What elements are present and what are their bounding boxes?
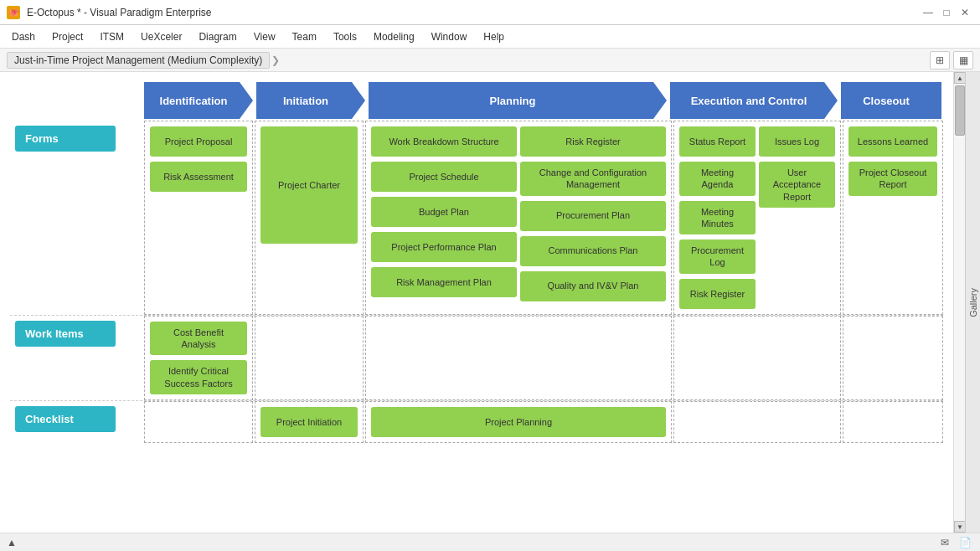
breadcrumb: Just-in-Time Project Management (Medium …: [7, 52, 280, 69]
issues-log-card[interactable]: Issues Log: [759, 126, 835, 157]
meeting-minutes-card[interactable]: Meeting Minutes: [679, 201, 756, 235]
minimize-button[interactable]: —: [920, 5, 936, 20]
menu-tools[interactable]: Tools: [325, 28, 365, 46]
main-area: Identification Initiation Planning: [0, 72, 980, 533]
vertical-scrollbar[interactable]: ▲ ▼: [953, 72, 965, 533]
forms-planning-right: Risk Register Change and Configuration M…: [520, 126, 666, 309]
menu-modeling[interactable]: Modeling: [365, 28, 423, 46]
forms-planning-left: Work Breakdown Structure Project Schedul…: [371, 126, 517, 309]
procurement-log-card[interactable]: Procurement Log: [679, 239, 756, 274]
canvas: Identification Initiation Planning: [0, 72, 953, 533]
phase-planning-inner: Planning: [369, 82, 667, 119]
phase-execution-inner: Execution and Control: [670, 82, 838, 119]
menu-diagram[interactable]: Diagram: [190, 28, 245, 46]
scroll-up-button[interactable]: ▲: [954, 72, 966, 84]
forms-execution-left: Status Report Meeting Agenda Meeting Min…: [679, 126, 756, 309]
procurement-plan-card[interactable]: Procurement Plan: [520, 201, 666, 231]
menu-window[interactable]: Window: [423, 28, 476, 46]
user-acceptance-report-card[interactable]: User Acceptance Report: [759, 162, 835, 208]
bottom-left: ▲: [7, 537, 17, 548]
table-icon-button[interactable]: ⊞: [930, 51, 950, 70]
checklist-closeout-col: [843, 401, 943, 443]
scroll-thumb[interactable]: [955, 85, 965, 136]
breadcrumb-text: Just-in-Time Project Management (Medium …: [7, 52, 270, 69]
work-items-row: Work Items Cost Benefit Analysis Identif…: [10, 316, 943, 401]
checklist-execution-col: [673, 401, 841, 443]
work-items-initiation-col: [255, 316, 364, 400]
bottom-arrow[interactable]: ▲: [7, 537, 17, 548]
work-items-label: Work Items: [15, 321, 116, 347]
checklist-planning-col: Project Planning: [365, 401, 672, 443]
quality-ivv-card[interactable]: Quality and IV&V Plan: [520, 271, 666, 301]
title-bar-left: 🐙 E-Octopus * - Visual Paradigm Enterpri…: [7, 6, 212, 19]
menu-dash[interactable]: Dash: [3, 28, 44, 46]
app-icon: 🐙: [7, 6, 20, 19]
phase-planning: Planning: [369, 82, 667, 119]
work-items-planning-col: [365, 316, 672, 400]
panel-icon-button[interactable]: ▦: [953, 51, 973, 70]
status-report-card[interactable]: Status Report: [679, 126, 756, 157]
risk-register-execution-card[interactable]: Risk Register: [679, 279, 756, 309]
phase-identification-inner: Identification: [144, 82, 253, 119]
risk-register-planning-card[interactable]: Risk Register: [520, 126, 666, 157]
maximize-button[interactable]: □: [938, 5, 955, 20]
checklist-initiation-col: Project Initiation: [255, 401, 364, 443]
breadcrumb-bar: Just-in-Time Project Management (Medium …: [0, 49, 980, 72]
cost-benefit-analysis-card[interactable]: Cost Benefit Analysis: [150, 322, 247, 356]
project-schedule-card[interactable]: Project Schedule: [371, 162, 517, 192]
forms-label: Forms: [15, 126, 116, 152]
meeting-agenda-card[interactable]: Meeting Agenda: [679, 162, 756, 196]
bottom-right: ✉ 📄: [936, 535, 973, 550]
forms-row: Forms Project Proposal Risk Assessment P…: [10, 121, 943, 316]
breadcrumb-arrow: ❯: [271, 54, 280, 66]
phase-initiation: Initiation: [256, 82, 365, 119]
phase-identification: Identification: [144, 82, 253, 119]
project-closeout-report-card[interactable]: Project Closeout Report: [848, 162, 937, 196]
work-breakdown-structure-card[interactable]: Work Breakdown Structure: [371, 126, 517, 157]
forms-identification-col: Project Proposal Risk Assessment: [144, 121, 253, 315]
scroll-down-button[interactable]: ▼: [954, 521, 966, 533]
close-button[interactable]: ✕: [957, 5, 973, 20]
email-icon[interactable]: ✉: [936, 535, 953, 550]
project-performance-plan-card[interactable]: Project Performance Plan: [371, 232, 517, 262]
menu-project[interactable]: Project: [44, 28, 91, 46]
risk-management-plan-card[interactable]: Risk Management Plan: [371, 267, 517, 297]
phase-closeout: Closeout: [841, 82, 941, 119]
project-charter-card[interactable]: Project Charter: [260, 126, 358, 244]
phase-closeout-inner: Closeout: [841, 82, 941, 119]
forms-execution-col: Status Report Meeting Agenda Meeting Min…: [673, 121, 841, 315]
menu-help[interactable]: Help: [475, 28, 513, 46]
phase-initiation-inner: Initiation: [256, 82, 365, 119]
project-planning-card[interactable]: Project Planning: [371, 407, 666, 437]
budget-plan-card[interactable]: Budget Plan: [371, 197, 517, 227]
forms-planning-col: Work Breakdown Structure Project Schedul…: [365, 121, 672, 315]
checklist-label-col: Checklist: [10, 401, 144, 443]
title-text: E-Octopus * - Visual Paradigm Enterprise: [27, 7, 212, 18]
doc-icon[interactable]: 📄: [957, 535, 973, 550]
title-controls: — □ ✕: [920, 5, 973, 20]
forms-execution-right: Issues Log User Acceptance Report: [759, 126, 835, 309]
work-items-identification-col: Cost Benefit Analysis Identify Critical …: [144, 316, 253, 400]
phase-execution: Execution and Control: [670, 82, 838, 119]
forms-closeout-col: Lessons Learned Project Closeout Report: [843, 121, 943, 315]
breadcrumb-icons: ⊞ ▦: [930, 51, 973, 70]
menu-itsm[interactable]: ITSM: [91, 28, 132, 46]
identify-critical-success-factors-card[interactable]: Identify Critical Success Factors: [150, 360, 247, 394]
work-items-execution-col: [673, 316, 841, 400]
gallery-panel[interactable]: Gallery: [965, 72, 980, 533]
lessons-learned-card[interactable]: Lessons Learned: [848, 126, 937, 157]
change-config-card[interactable]: Change and Configuration Management: [520, 162, 666, 196]
menu-bar: Dash Project ITSM UeXceler Diagram View …: [0, 25, 980, 49]
communications-plan-card[interactable]: Communications Plan: [520, 236, 666, 266]
menu-view[interactable]: View: [245, 28, 284, 46]
project-initiation-card[interactable]: Project Initiation: [260, 407, 358, 437]
phase-spacer: [10, 82, 144, 119]
risk-assessment-card[interactable]: Risk Assessment: [150, 162, 247, 192]
menu-uexceler[interactable]: UeXceler: [132, 28, 190, 46]
project-proposal-card[interactable]: Project Proposal: [150, 126, 247, 157]
forms-label-col: Forms: [10, 121, 144, 315]
checklist-label: Checklist: [15, 406, 116, 432]
bottom-bar: ▲ ✉ 📄: [0, 533, 980, 551]
phase-header-row: Identification Initiation Planning: [10, 82, 943, 119]
menu-team[interactable]: Team: [284, 28, 325, 46]
